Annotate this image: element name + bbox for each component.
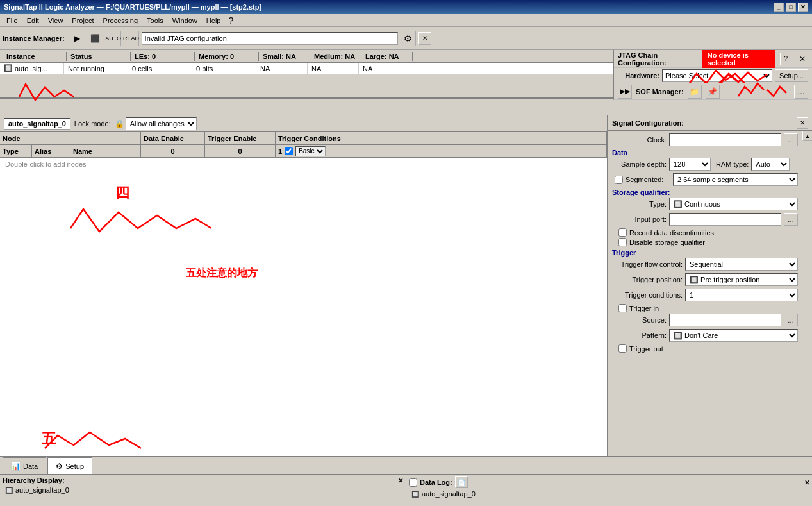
cell-medium: NA <box>308 63 359 74</box>
menu-project[interactable]: Project <box>68 15 97 26</box>
col-medium: Medium: NA <box>310 52 361 61</box>
trigger-conditions-label: Trigger conditions: <box>612 291 683 299</box>
trigger-in-check[interactable] <box>618 304 627 312</box>
disable-storage-check[interactable] <box>618 238 627 246</box>
sample-depth-label: Sample depth: <box>612 160 667 168</box>
sof-pin-icon[interactable]: 📌 <box>706 85 720 99</box>
menu-help[interactable]: Help <box>203 15 225 26</box>
record-discontinuities-row: Record data discontinuities <box>618 228 798 237</box>
node-toolbar: auto_signaltap_0 Lock mode: 🔒 Allow all … <box>0 115 607 132</box>
sof-upload-icon[interactable]: 📁 <box>688 85 702 99</box>
hierarchy-header-right: Data Log: 📄 ✕ <box>409 476 809 488</box>
trigger-in-label: Trigger in <box>629 305 659 312</box>
hierarchy-item: 🔲 auto_signaltap_0 <box>3 485 403 494</box>
source-browse-btn[interactable]: … <box>784 314 798 326</box>
tab-setup-label: Setup <box>65 462 84 470</box>
input-port-input[interactable] <box>669 213 781 226</box>
menu-processing[interactable]: Processing <box>99 15 142 26</box>
maximize-btn[interactable]: □ <box>786 3 796 12</box>
menu-view[interactable]: View <box>44 15 67 26</box>
stop-btn[interactable]: ⬛ <box>88 31 103 46</box>
input-port-browse-btn[interactable]: … <box>784 213 798 226</box>
trigger-type-select[interactable]: Basic <box>295 146 326 156</box>
type-label: Type: <box>612 200 667 208</box>
run-btn[interactable]: ▶ <box>70 31 85 46</box>
tab-setup-icon: ⚙ <box>56 462 63 471</box>
red-squiggle-1 <box>13 74 90 106</box>
tab-data-icon: 📊 <box>11 462 21 471</box>
bottom-tabs: 📊 Data ⚙ Setup <box>0 456 812 474</box>
pattern-label: Pattern: <box>612 332 667 339</box>
menu-file[interactable]: File <box>3 15 22 26</box>
instance-icon: 🔲 <box>4 64 13 72</box>
col-small: Small: NA <box>259 52 310 61</box>
sof-manager-label: SOF Manager: <box>636 88 684 96</box>
clock-browse-btn[interactable]: … <box>784 133 798 146</box>
col-les: LEs: 0 <box>131 52 195 61</box>
hierarchy-left-close[interactable]: ✕ <box>398 477 403 484</box>
input-port-row: Input port: … <box>612 213 798 226</box>
signal-config-close[interactable]: ✕ <box>797 117 808 129</box>
trigger-conditions-select[interactable]: 1 <box>685 289 798 301</box>
type-select[interactable]: 🔲 Continuous <box>669 198 798 210</box>
data-log-item-label: auto_signaltap_0 <box>422 490 476 498</box>
pattern-row: Pattern: 🔲 Don't Care <box>612 329 798 342</box>
auto-btn[interactable]: AUTO <box>106 31 121 46</box>
close-btn[interactable]: ✕ <box>798 3 808 12</box>
source-input[interactable] <box>669 314 781 326</box>
segmented-check[interactable] <box>615 176 623 184</box>
jtag-panel-close[interactable]: ✕ <box>797 53 808 65</box>
pattern-select[interactable]: 🔲 Don't Care <box>669 329 798 342</box>
menu-window[interactable]: Window <box>169 15 201 26</box>
lock-icon: 🔒 <box>115 119 124 128</box>
status-display: Invalid JTAG configuration <box>142 32 398 45</box>
hierarchy-right-close[interactable]: ✕ <box>804 479 809 486</box>
record-discontinuities-label: Record data discontinuities <box>629 229 714 237</box>
minimize-btn[interactable]: _ <box>774 3 784 12</box>
trigger-basic-check[interactable] <box>285 147 293 155</box>
window-title: SignalTap II Logic Analyzer — F:/QUARTUE… <box>4 3 261 11</box>
sample-depth-row: Sample depth: 128 RAM type: Auto <box>612 158 798 171</box>
sof-expand-btn[interactable]: ▶▶ <box>618 85 632 99</box>
add-nodes-hint: Double-click to add nodes <box>0 158 607 171</box>
node-table-header: Node Data Enable Trigger Enable Trigger … <box>0 132 607 145</box>
type-row: Type: 🔲 Continuous <box>612 198 798 210</box>
record-discontinuities-check[interactable] <box>618 228 627 237</box>
clock-input[interactable] <box>669 133 781 146</box>
node-col-data-enable: Data Enable <box>141 132 205 144</box>
toolbar: Instance Manager: ▶ ⬛ AUTO READ Invalid … <box>0 27 812 50</box>
trigger-position-select[interactable]: 🔲 Pre trigger position <box>685 273 798 286</box>
data-section-title: Data <box>612 149 798 156</box>
right-scrollbar[interactable]: ▲ ▼ <box>802 131 812 474</box>
ram-type-select[interactable]: Auto <box>751 158 790 171</box>
red-drawing-node <box>64 196 224 248</box>
trigger-out-check[interactable] <box>618 344 627 353</box>
ram-type-label: RAM type: <box>716 160 749 168</box>
read-btn[interactable]: READ <box>124 31 139 46</box>
menu-edit[interactable]: Edit <box>23 15 43 26</box>
red-drawing-bottom <box>38 423 147 461</box>
segmented-select[interactable]: 2 64 sample segments <box>673 173 798 186</box>
config-icon[interactable]: ⚙ <box>401 31 416 46</box>
trigger-flow-select[interactable]: Sequential <box>685 258 798 271</box>
sub-col-alias: Alias <box>32 145 70 157</box>
menu-tools[interactable]: Tools <box>143 15 167 26</box>
data-log-icon-btn[interactable]: 📄 <box>455 476 468 488</box>
trigger-flow-row: Trigger flow control: Sequential <box>612 258 798 271</box>
scroll-up-btn[interactable]: ▲ <box>802 131 812 141</box>
storage-qualifier-link[interactable]: Storage qualifier: <box>612 189 670 196</box>
lock-mode-select[interactable]: Allow all changes <box>126 117 197 130</box>
sample-depth-select[interactable]: 128 <box>669 158 711 171</box>
trigger-conditions-row: Trigger conditions: 1 <box>612 289 798 301</box>
node-sub-header: Type Alias Name 0 0 1 Basic <box>0 145 607 158</box>
cell-small: NA <box>256 63 308 74</box>
jtag-info-btn[interactable]: ? <box>780 53 791 65</box>
node-col-trigger-conditions: Trigger Conditions <box>276 132 607 144</box>
tab-setup[interactable]: ⚙ Setup <box>47 457 92 474</box>
close-toolbar-btn[interactable]: ✕ <box>418 32 431 45</box>
data-log-check[interactable] <box>409 478 417 487</box>
instance-row: 🔲 auto_sig... Not running 0 cells 0 bits… <box>0 63 613 74</box>
data-log-item-icon: 🔲 <box>411 491 419 498</box>
sof-more-btn[interactable]: … <box>794 85 808 99</box>
tab-data[interactable]: 📊 Data <box>3 457 46 474</box>
